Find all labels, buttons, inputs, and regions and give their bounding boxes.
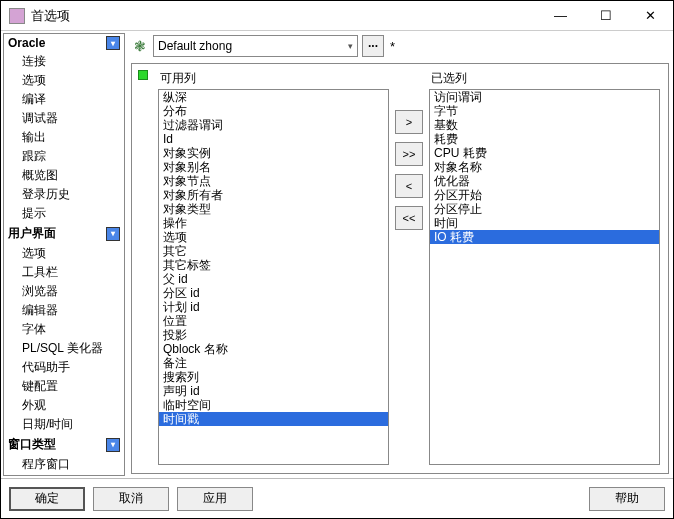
tree-item[interactable]: 编辑器 [4,301,124,320]
available-column: 可用列 纵深分布过滤器谓词Id对象实例对象别名对象节点对象所有者对象类型操作选项… [158,70,389,465]
list-item[interactable]: 时间戳 [159,412,388,426]
tree-item[interactable]: 调试器 [4,109,124,128]
tree-section-header[interactable]: Oracle▾ [4,34,124,52]
preset-row: ❃ Default zhong ▾ ··· * [131,35,669,57]
move-left-all-button[interactable]: << [395,206,423,230]
list-item[interactable]: 分区开始 [430,188,659,202]
preset-icon: ❃ [131,37,149,55]
preset-more-button[interactable]: ··· [362,35,384,57]
tree-item[interactable]: 浏览器 [4,282,124,301]
selected-column: 已选列 访问谓词字节基数耗费CPU 耗费对象名称优化器分区开始分区停止时间IO … [429,70,660,465]
tree-section-header[interactable]: 窗口类型▾ [4,434,124,455]
window-title: 首选项 [31,7,538,25]
available-label: 可用列 [158,70,389,87]
body: Oracle▾连接选项编译调试器输出跟踪概览图登录历史提示用户界面▾选项工具栏浏… [1,31,673,478]
list-item[interactable]: 位置 [159,314,388,328]
list-item[interactable]: 声明 id [159,384,388,398]
move-left-button[interactable]: < [395,174,423,198]
close-button[interactable]: ✕ [628,1,673,30]
tree-item[interactable]: 外观 [4,396,124,415]
list-item[interactable]: 对象类型 [159,202,388,216]
chevron-down-icon[interactable]: ▾ [106,36,120,50]
list-item[interactable]: 搜索列 [159,370,388,384]
list-item[interactable]: 操作 [159,216,388,230]
tree-item[interactable]: 登录历史 [4,185,124,204]
list-item[interactable]: 访问谓词 [430,90,659,104]
list-item[interactable]: 优化器 [430,174,659,188]
list-item[interactable]: 纵深 [159,90,388,104]
list-item[interactable]: 选项 [159,230,388,244]
move-buttons: > >> < << [395,70,423,465]
list-item[interactable]: 对象实例 [159,146,388,160]
tree-section-header[interactable]: 用户界面▾ [4,223,124,244]
cancel-button[interactable]: 取消 [93,487,169,511]
tree-item[interactable]: 跟踪 [4,147,124,166]
maximize-button[interactable]: ☐ [583,1,628,30]
tree-item[interactable]: 编译 [4,90,124,109]
tree-item[interactable]: 输出 [4,128,124,147]
list-item[interactable]: 计划 id [159,300,388,314]
tree-item[interactable]: SQL 窗口 [4,474,124,475]
list-item[interactable]: 临时空间 [159,398,388,412]
list-item[interactable]: IO 耗费 [430,230,659,244]
app-icon [9,8,25,24]
minimize-button[interactable]: — [538,1,583,30]
tree-item[interactable]: 键配置 [4,377,124,396]
list-item[interactable]: 对象名称 [430,160,659,174]
list-item[interactable]: Qblock 名称 [159,342,388,356]
tree-item[interactable]: 日期/时间 [4,415,124,434]
preset-name: Default zhong [158,39,232,53]
list-item[interactable]: 对象所有者 [159,188,388,202]
chevron-down-icon[interactable]: ▾ [106,438,120,452]
ok-button[interactable]: 确定 [9,487,85,511]
available-listbox[interactable]: 纵深分布过滤器谓词Id对象实例对象别名对象节点对象所有者对象类型操作选项其它其它… [158,89,389,465]
selected-listbox[interactable]: 访问谓词字节基数耗费CPU 耗费对象名称优化器分区开始分区停止时间IO 耗费 [429,89,660,465]
category-sidebar: Oracle▾连接选项编译调试器输出跟踪概览图登录历史提示用户界面▾选项工具栏浏… [3,33,125,476]
tree-item[interactable]: PL/SQL 美化器 [4,339,124,358]
list-item[interactable]: 备注 [159,356,388,370]
tree-item[interactable]: 工具栏 [4,263,124,282]
list-item[interactable]: 对象节点 [159,174,388,188]
move-right-button[interactable]: > [395,110,423,134]
main-panel: ❃ Default zhong ▾ ··· * 可用列 纵深分布过滤器谓词Id对… [127,31,673,478]
help-button[interactable]: 帮助 [589,487,665,511]
chevron-down-icon: ▾ [348,41,353,51]
list-item[interactable]: 基数 [430,118,659,132]
move-right-all-button[interactable]: >> [395,142,423,166]
tree-item[interactable]: 连接 [4,52,124,71]
tree-item[interactable]: 选项 [4,71,124,90]
preferences-window: 首选项 — ☐ ✕ Oracle▾连接选项编译调试器输出跟踪概览图登录历史提示用… [0,0,674,519]
list-item[interactable]: 投影 [159,328,388,342]
tree-item[interactable]: 程序窗口 [4,455,124,474]
list-item[interactable]: 分布 [159,104,388,118]
titlebar[interactable]: 首选项 — ☐ ✕ [1,1,673,31]
tree-item[interactable]: 概览图 [4,166,124,185]
list-item[interactable]: 过滤器谓词 [159,118,388,132]
list-item[interactable]: 时间 [430,216,659,230]
selected-label: 已选列 [429,70,660,87]
list-item[interactable]: 其它标签 [159,258,388,272]
list-item[interactable]: 分区停止 [430,202,659,216]
list-item[interactable]: Id [159,132,388,146]
status-indicator [138,70,148,80]
tree-item[interactable]: 选项 [4,244,124,263]
apply-button[interactable]: 应用 [177,487,253,511]
list-item[interactable]: 其它 [159,244,388,258]
list-item[interactable]: 分区 id [159,286,388,300]
list-item[interactable]: 对象别名 [159,160,388,174]
chevron-down-icon[interactable]: ▾ [106,227,120,241]
list-item[interactable]: CPU 耗费 [430,146,659,160]
list-item[interactable]: 字节 [430,104,659,118]
dirty-indicator: * [390,39,395,54]
preset-select[interactable]: Default zhong ▾ [153,35,358,57]
list-item[interactable]: 耗费 [430,132,659,146]
columns-panel: 可用列 纵深分布过滤器谓词Id对象实例对象别名对象节点对象所有者对象类型操作选项… [131,63,669,474]
tree-item[interactable]: 字体 [4,320,124,339]
window-controls: — ☐ ✕ [538,1,673,30]
footer: 确定 取消 应用 帮助 [1,478,673,518]
tree-item[interactable]: 代码助手 [4,358,124,377]
list-item[interactable]: 父 id [159,272,388,286]
tree-item[interactable]: 提示 [4,204,124,223]
